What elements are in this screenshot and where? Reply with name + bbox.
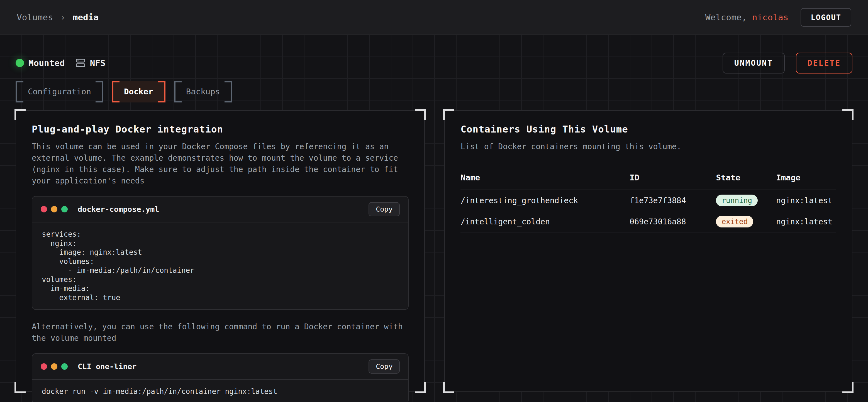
tab-docker-label: Docker xyxy=(124,87,153,96)
column-header-image: Image xyxy=(776,173,836,182)
panels: Plug-and-play Docker integration This vo… xyxy=(16,110,852,392)
table-row: /interesting_grothendieck f1e73e7f3884 r… xyxy=(461,190,836,211)
corner-bracket xyxy=(415,109,426,120)
table-row: /intelligent_colden 069e73016a88 exited … xyxy=(461,211,836,232)
containers-panel: Containers Using This Volume List of Doc… xyxy=(444,110,852,392)
server-icon xyxy=(75,58,86,68)
docker-panel-description: This volume can be used in your Docker C… xyxy=(32,141,409,187)
mounted-status-dot-icon xyxy=(16,59,24,67)
volume-actions: UNMOUNT DELETE xyxy=(722,53,852,73)
main-content: Mounted NFS UNMOUNT DELETE Configuration… xyxy=(0,35,868,402)
docker-integration-panel: Plug-and-play Docker integration This vo… xyxy=(16,110,425,392)
cli-code-body: docker run -v im-media:/path/in/containe… xyxy=(32,379,408,402)
corner-bracket xyxy=(14,109,26,120)
amber-dot-icon xyxy=(51,363,57,370)
volume-status: Mounted NFS xyxy=(16,58,105,68)
compose-copy-button[interactable]: Copy xyxy=(369,202,400,216)
container-image: nginx:latest xyxy=(776,196,836,205)
docker-panel-title: Plug-and-play Docker integration xyxy=(32,124,409,135)
status-badge: running xyxy=(716,195,758,206)
compose-code-body: services: nginx: image: nginx:latest vol… xyxy=(32,222,408,309)
welcome-message: Welcome, nicolas xyxy=(705,12,788,22)
header-right: Welcome, nicolas LOGOUT xyxy=(705,8,851,27)
tab-configuration-label: Configuration xyxy=(28,87,91,96)
status-row: Mounted NFS UNMOUNT DELETE xyxy=(16,52,852,73)
tab-docker[interactable]: Docker xyxy=(112,81,165,102)
cli-code-text: docker run -v im-media:/path/in/containe… xyxy=(42,387,399,396)
containers-panel-subtitle: List of Docker containers mounting this … xyxy=(461,141,836,152)
cli-filename: CLI one-liner xyxy=(78,362,136,371)
green-dot-icon xyxy=(61,363,68,370)
column-header-id: ID xyxy=(629,173,716,182)
containers-panel-title: Containers Using This Volume xyxy=(461,124,836,135)
container-name: /intelligent_colden xyxy=(461,217,629,226)
top-bar: Volumes › media Welcome, nicolas LOGOUT xyxy=(0,0,868,35)
breadcrumb-volumes-link[interactable]: Volumes xyxy=(17,12,53,22)
tab-configuration[interactable]: Configuration xyxy=(16,81,103,102)
fs-type: NFS xyxy=(75,58,105,68)
containers-table: Name ID State Image /interesting_grothen… xyxy=(461,168,836,232)
breadcrumb: Volumes › media xyxy=(17,12,99,22)
logout-button[interactable]: LOGOUT xyxy=(801,8,851,27)
mounted-status: Mounted xyxy=(16,58,65,68)
fs-type-label: NFS xyxy=(90,58,105,68)
table-header-row: Name ID State Image xyxy=(461,168,836,190)
corner-bracket xyxy=(842,109,854,120)
container-state: exited xyxy=(716,216,776,228)
container-name: /interesting_grothendieck xyxy=(461,196,629,205)
delete-button[interactable]: DELETE xyxy=(796,53,852,73)
compose-filename: docker-compose.yml xyxy=(78,205,159,213)
corner-bracket xyxy=(14,382,26,393)
corner-bracket xyxy=(443,382,454,393)
corner-bracket xyxy=(443,109,454,120)
column-header-state: State xyxy=(716,173,776,182)
tab-backups-label: Backups xyxy=(186,87,220,96)
username: nicolas xyxy=(752,12,788,22)
cli-code-header: CLI one-liner Copy xyxy=(32,354,408,379)
breadcrumb-current-volume: media xyxy=(73,12,99,22)
compose-code-block: docker-compose.yml Copy services: nginx:… xyxy=(32,196,409,310)
traffic-lights-icon xyxy=(41,206,68,212)
cli-copy-button[interactable]: Copy xyxy=(369,359,400,374)
column-header-name: Name xyxy=(461,173,629,182)
red-dot-icon xyxy=(41,206,47,212)
container-image: nginx:latest xyxy=(776,217,836,226)
tab-bar: Configuration Docker Backups xyxy=(16,81,852,102)
container-state: running xyxy=(716,195,776,206)
container-id: 069e73016a88 xyxy=(629,217,716,226)
container-id: f1e73e7f3884 xyxy=(629,196,716,205)
compose-code-header: docker-compose.yml Copy xyxy=(32,197,408,222)
amber-dot-icon xyxy=(51,206,57,212)
cli-code-block: CLI one-liner Copy docker run -v im-medi… xyxy=(32,353,409,402)
cli-intro-text: Alternatively, you can use the following… xyxy=(32,321,409,344)
corner-bracket xyxy=(415,382,426,393)
green-dot-icon xyxy=(61,206,68,212)
red-dot-icon xyxy=(41,363,47,370)
tab-backups[interactable]: Backups xyxy=(174,81,232,102)
chevron-right-icon: › xyxy=(60,12,65,22)
unmount-button[interactable]: UNMOUNT xyxy=(722,53,785,73)
corner-bracket xyxy=(842,382,854,393)
mounted-status-label: Mounted xyxy=(28,58,65,68)
status-badge: exited xyxy=(716,216,753,228)
compose-code-text: services: nginx: image: nginx:latest vol… xyxy=(42,230,399,302)
traffic-lights-icon xyxy=(41,363,68,370)
